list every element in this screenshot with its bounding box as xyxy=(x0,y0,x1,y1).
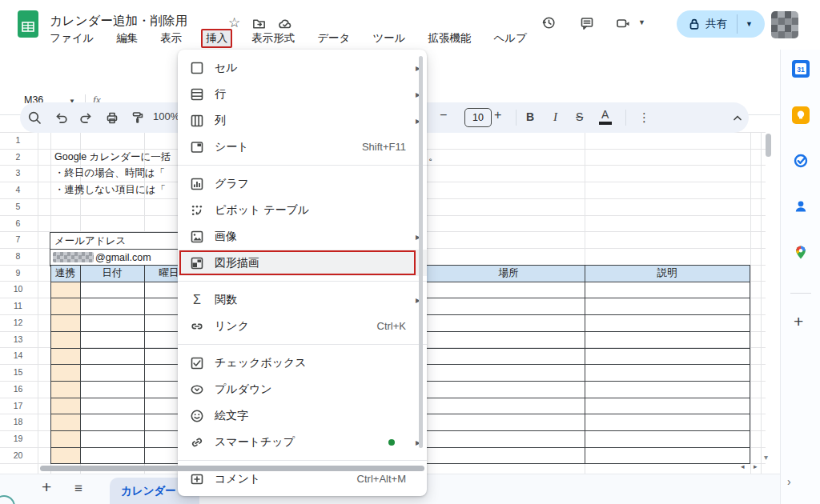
link-icon xyxy=(189,318,205,334)
row-header-11[interactable]: 11 xyxy=(0,298,36,314)
menubar-item-file[interactable]: ファイル xyxy=(46,30,97,47)
meet-dropdown-icon[interactable]: ▼ xyxy=(638,18,645,26)
insert-menu-item-rows[interactable]: 行▸ xyxy=(178,81,427,107)
insert-menu-item-pivot-table[interactable]: ピボット テーブル xyxy=(178,197,427,223)
calendar-icon[interactable]: 31 xyxy=(792,60,810,78)
collapse-toolbar-icon[interactable] xyxy=(730,110,746,129)
menubar-item-tools[interactable]: ツール xyxy=(369,30,408,47)
maps-icon[interactable] xyxy=(792,244,810,262)
menubar-item-view[interactable]: 表示 xyxy=(157,30,185,47)
print-icon[interactable] xyxy=(104,110,120,129)
add-sheet-icon[interactable]: + xyxy=(42,478,51,497)
insert-menu-item-cell[interactable]: セル▸ xyxy=(178,54,427,81)
text-color-button[interactable]: A xyxy=(601,108,609,121)
italic-button[interactable]: I xyxy=(553,110,557,124)
row-header-12[interactable]: 12 xyxy=(0,314,36,331)
sheet-note-2: ・終日の場合、時間は「 xyxy=(54,165,165,182)
undo-icon[interactable] xyxy=(53,110,69,129)
share-dropdown-icon[interactable]: ▼ xyxy=(746,20,753,28)
link-column-cells[interactable] xyxy=(50,282,80,464)
row-header-7[interactable]: 7 xyxy=(0,231,36,248)
insert-menu-item-smart-chips[interactable]: スマートチップ▸ xyxy=(178,429,427,455)
row-header-8[interactable]: 8 xyxy=(0,248,36,265)
scroll-left-icon[interactable]: ◂ xyxy=(741,462,745,470)
row-header-10[interactable]: 10 xyxy=(0,281,36,298)
meet-video-icon[interactable] xyxy=(615,15,632,35)
chart-icon xyxy=(189,176,205,192)
insert-menu-item-image[interactable]: 画像▸ xyxy=(178,223,427,250)
insert-menu-item-checkbox[interactable]: チェックボックス xyxy=(178,350,427,376)
insert-menu-item-drawing[interactable]: 図形描画 xyxy=(178,250,427,276)
search-icon[interactable] xyxy=(26,110,42,129)
insert-menu-item-label: 関数 xyxy=(215,293,237,307)
row-header-15[interactable]: 15 xyxy=(0,364,36,381)
row-header-5[interactable]: 5 xyxy=(0,198,36,215)
menu-divider xyxy=(178,344,427,345)
drawing-icon xyxy=(189,255,205,271)
redo-icon[interactable] xyxy=(78,110,94,129)
keep-icon[interactable] xyxy=(792,106,810,124)
row-header-20[interactable]: 20 xyxy=(0,447,36,464)
insert-menu-item-label: 列 xyxy=(215,114,226,128)
row-header-9[interactable]: 9 xyxy=(0,265,36,282)
shortcut-label: Shift+F11 xyxy=(362,141,406,153)
row-header-1[interactable]: 1 xyxy=(0,132,36,149)
scroll-right-icon[interactable]: ▸ xyxy=(754,462,758,470)
comments-icon[interactable] xyxy=(579,15,595,34)
version-history-icon[interactable] xyxy=(541,14,557,34)
image-icon xyxy=(189,229,205,245)
table-border xyxy=(750,265,750,464)
insert-menu-item-sheet[interactable]: シートShift+F11 xyxy=(178,134,427,160)
insert-menu-item-label: プルダウン xyxy=(215,382,272,397)
insert-menu-item-chart[interactable]: グラフ xyxy=(178,170,427,197)
insert-menu-item-function[interactable]: Σ関数▸ xyxy=(178,286,427,313)
avatar[interactable] xyxy=(771,11,798,38)
add-addon-icon[interactable]: + xyxy=(794,312,803,331)
row-header-19[interactable]: 19 xyxy=(0,430,36,447)
tasks-icon[interactable] xyxy=(792,152,810,170)
insert-menu-item-columns[interactable]: 列▸ xyxy=(178,107,427,134)
share-button[interactable]: 共有 ▼ xyxy=(677,10,765,38)
decrease-font-icon[interactable]: − xyxy=(440,108,447,122)
horizontal-scrollbar[interactable] xyxy=(40,466,424,471)
row-header-18[interactable]: 18 xyxy=(0,414,36,430)
all-sheets-icon[interactable]: ≡ xyxy=(74,481,82,497)
menubar-item-edit[interactable]: 編集 xyxy=(113,30,141,47)
zoom-level[interactable]: 100% xyxy=(153,110,179,122)
menubar-item-data[interactable]: データ xyxy=(314,30,353,47)
menu-scrollbar[interactable] xyxy=(419,56,423,448)
row-header-2[interactable]: 2 xyxy=(0,149,36,166)
contacts-icon[interactable] xyxy=(792,198,810,215)
insert-menu-item-label: 絵文字 xyxy=(215,409,248,423)
row-header-13[interactable]: 13 xyxy=(0,331,36,348)
font-size-input[interactable]: 10 xyxy=(464,108,492,127)
menubar-item-help[interactable]: ヘルプ xyxy=(491,30,530,47)
table-header-basho: 場所 xyxy=(432,265,585,282)
menubar-item-format[interactable]: 表示形式 xyxy=(248,30,298,47)
scroll-down-icon[interactable]: ▾ xyxy=(764,453,768,462)
row-header-17[interactable]: 17 xyxy=(0,398,36,414)
google-sheets-app: ABCDHI Google カレンダーに一括 。 ・終日の場合、時間は「 ・連携… xyxy=(0,0,820,504)
insert-menu-item-label: 図形描画 xyxy=(215,256,259,270)
menubar-item-extensions[interactable]: 拡張機能 xyxy=(425,30,475,47)
row-header-3[interactable]: 3 xyxy=(0,165,36,182)
mail-address-box[interactable]: メールアドレス @gmail.com xyxy=(50,232,194,267)
insert-menu-item-link[interactable]: リンクCtrl+K xyxy=(178,313,427,339)
increase-font-icon[interactable]: + xyxy=(494,108,501,122)
hide-panel-icon[interactable]: › xyxy=(787,475,791,488)
insert-menu-item-emoji[interactable]: 絵文字 xyxy=(178,402,427,429)
menubar-item-insert[interactable]: 挿入 xyxy=(201,29,232,48)
document-title[interactable]: カレンダー追加・削除用 xyxy=(50,13,187,30)
mail-address-label: メールアドレス xyxy=(50,233,193,249)
bold-button[interactable]: B xyxy=(526,110,534,123)
vertical-scrollbar[interactable] xyxy=(766,134,771,157)
row-header-4[interactable]: 4 xyxy=(0,182,36,198)
strikethrough-button[interactable]: S xyxy=(576,110,583,123)
row-header-6[interactable]: 6 xyxy=(0,215,36,232)
row-header-16[interactable]: 16 xyxy=(0,381,36,398)
toolbar-divider xyxy=(516,110,517,126)
insert-menu-item-dropdown[interactable]: プルダウン xyxy=(178,376,427,402)
more-options-icon[interactable]: ⋮ xyxy=(638,110,650,125)
row-header-14[interactable]: 14 xyxy=(0,347,36,364)
paint-format-icon[interactable] xyxy=(130,110,146,129)
